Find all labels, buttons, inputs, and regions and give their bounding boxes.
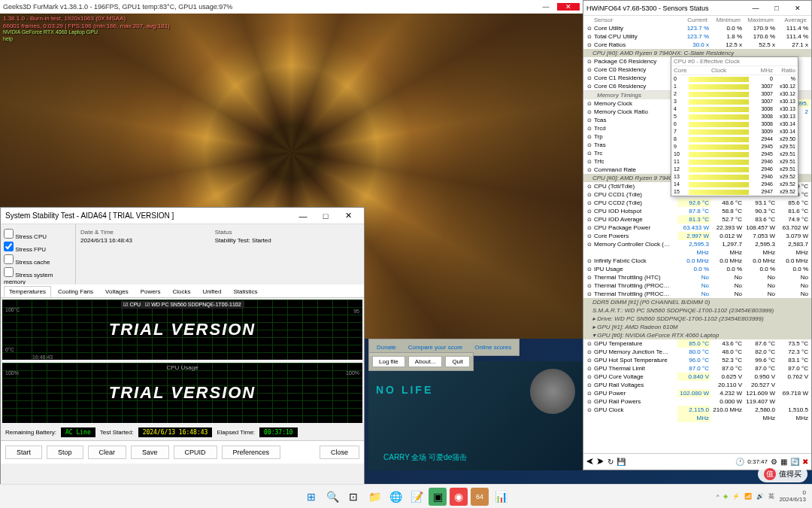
refresh-icon[interactable]: ↻: [607, 458, 614, 466]
preferences-button[interactable]: Preferences: [222, 446, 281, 459]
close-button[interactable]: ✕: [787, 5, 808, 12]
stop-button[interactable]: Stop: [47, 446, 83, 459]
gear-icon[interactable]: ⚙: [771, 458, 777, 466]
close-icon[interactable]: ✖: [802, 458, 808, 466]
stress-checkbox[interactable]: Stress cache: [4, 254, 72, 266]
sensor-row[interactable]: ⊙GPU Rail Powers0.000 W119.407 W: [583, 397, 811, 406]
sensor-row[interactable]: ⊙GPU Clock2,115.0 MHz210.0 MHz2,580.0 MH…: [583, 406, 811, 422]
app-icon[interactable]: 📝: [408, 488, 426, 506]
section-header[interactable]: ▸ Drive: WD PC SN560 SDDPNQE-1T00-1102 (…: [583, 315, 811, 323]
sensor-row[interactable]: ⊙Thermal Throttling (PROC…NoNoNoNo: [583, 281, 811, 290]
cpu-usage-graph: CPU Usage 100% 100% TRIAL VERSION: [2, 363, 362, 423]
furmark-overlay: 1.38.1.0 - Burn-in test, 1920x1063 (0X M…: [3, 15, 170, 42]
sensor-row[interactable]: ⊙GPU Rail Voltages20.110 V20.527 V: [583, 381, 811, 389]
hwinfo-icon[interactable]: 📊: [492, 488, 510, 506]
collapse-icon[interactable]: ⮞: [597, 458, 604, 466]
start-button[interactable]: Start: [5, 446, 42, 459]
core-row: 132946x29.52: [671, 173, 798, 181]
tab-temperatures[interactable]: Temperatures: [4, 286, 51, 297]
sensor-row[interactable]: ⊙Core Ratios30.0 x12.5 x52.5 x27.1 x: [583, 41, 811, 49]
taskbar-clock[interactable]: 02024/6/13: [779, 490, 806, 503]
furmark-titlebar[interactable]: Geeks3D FurMark v1.38.1.0 - 196FPS, GPU1…: [0, 0, 583, 14]
core-row: 00%: [671, 75, 798, 83]
app-icon[interactable]: ◉: [450, 488, 468, 506]
tab-cooling fans[interactable]: Cooling Fans: [53, 286, 98, 297]
edge-icon[interactable]: 🌐: [386, 488, 404, 506]
compare-link[interactable]: Compare your score: [404, 342, 467, 352]
minimize-button[interactable]: —: [292, 211, 314, 221]
clear-button[interactable]: Clear: [88, 446, 127, 459]
sensor-row[interactable]: ⊙CPU IOD Average81.3 °C52.7 °C83.6 °C74.…: [583, 215, 811, 224]
aida-log: Date & TimeStatus 2024/6/13 16:48:43Stab…: [76, 224, 364, 284]
sensor-row[interactable]: ⊙CPU Package Power63.433 W22.393 W108.45…: [583, 224, 811, 232]
sensor-row[interactable]: ⊙IPU Usage0.0 %0.0 %0.0 %0.0 %: [583, 265, 811, 273]
stress-checkbox[interactable]: Stress CPU: [4, 229, 72, 240]
app-icon[interactable]: ▣: [429, 488, 447, 506]
donate-link[interactable]: Donate: [372, 342, 401, 352]
sensor-row[interactable]: ⊙Thermal Throttling (PROC…NoNoNoNo: [583, 290, 811, 298]
aida-icon[interactable]: 64: [471, 488, 489, 506]
sensor-row[interactable]: ⊙GPU Hot Spot Temperature96.0 °C52.3 °C9…: [583, 356, 811, 364]
tray-chevron-icon[interactable]: ^: [717, 493, 720, 500]
start-button[interactable]: ⊞: [302, 488, 320, 506]
maximize-button[interactable]: □: [314, 211, 337, 221]
effective-clock-popup[interactable]: CPU #0 - Effective Clock CoreClock MHzRa…: [671, 56, 798, 196]
section-header[interactable]: ▸ GPU [#1]: AMD Radeon 610M: [583, 323, 811, 331]
expand-icon[interactable]: ⮜: [586, 458, 594, 466]
sensor-row[interactable]: ⊙Core Utility123.7 %0.0 %170.9 %111.4 %: [583, 24, 811, 32]
section-header[interactable]: ▾ GPU [#0]: NVIDIA GeForce RTX 4060 Lapt…: [583, 331, 811, 339]
close-button[interactable]: ✕: [337, 211, 359, 221]
tab-statistics[interactable]: Statistics: [228, 286, 262, 297]
save-button[interactable]: Save: [131, 446, 169, 459]
sensor-row[interactable]: ⊙GPU Temperature85.0 °C43.6 °C87.6 °C73.…: [583, 339, 811, 348]
tab-voltages[interactable]: Voltages: [100, 286, 134, 297]
task-view-icon[interactable]: ⊡: [344, 488, 362, 506]
stress-checkbox[interactable]: Stress system memory: [4, 267, 72, 285]
aida-titlebar[interactable]: System Stability Test - AIDA64 [ TRIAL V…: [1, 208, 364, 224]
aida-tabs: TemperaturesCooling FansVoltagesPowersCl…: [1, 284, 364, 298]
about-button[interactable]: About...: [408, 356, 443, 367]
cpuid-button[interactable]: CPUID: [174, 446, 217, 459]
sensor-row[interactable]: ⊙Total CPU Utility123.7 %1.8 %170.6 %111…: [583, 32, 811, 41]
sensor-row[interactable]: ⊙Memory Controller Clock (…2,595.3 MHz1,…: [583, 240, 811, 257]
nvidia-icon[interactable]: ◈: [723, 493, 728, 500]
core-row: 43008x30.13: [671, 105, 798, 113]
windows-taskbar[interactable]: ⊞ 🔍 ⊡ 📁 🌐 📝 ▣ ◉ 64 📊 ^ ◈ ⚡ 📶 🔊 英 02024/6…: [0, 484, 812, 508]
stress-checkbox[interactable]: Stress FPU: [4, 242, 72, 253]
tab-powers[interactable]: Powers: [135, 286, 166, 297]
minimize-button[interactable]: —: [745, 5, 766, 12]
sensor-row[interactable]: ⊙Infinity Fabric Clock0.0 MHz0.0 MHz0.0 …: [583, 257, 811, 265]
sensor-row[interactable]: ⊙GPU Thermal Limit87.0 °C87.0 °C87.0 °C8…: [583, 364, 811, 373]
tab-unified[interactable]: Unified: [197, 286, 226, 297]
sensor-row[interactable]: ⊙CPU IOD Hotspot87.8 °C58.8 °C90.3 °C81.…: [583, 207, 811, 215]
sensor-row[interactable]: ⊙Thermal Throttling (HTC)NoNoNoNo: [583, 273, 811, 281]
sensor-row[interactable]: ⊙GPU Core Voltage0.840 V0.625 V0.950 V0.…: [583, 373, 811, 381]
quit-button[interactable]: Quit: [445, 356, 470, 367]
close-button[interactable]: ✕: [557, 3, 580, 11]
sensor-row[interactable]: ⊙CPU CCD2 (Tdie)92.6 °C48.6 °C93.1 °C85.…: [583, 199, 811, 207]
hwinfo-titlebar[interactable]: HWiNFO64 v7.68-5300 - Sensors Status — □…: [583, 1, 811, 16]
tray-icon[interactable]: ⚡: [732, 493, 740, 500]
explorer-icon[interactable]: 📁: [365, 488, 383, 506]
clock-icon: 🕐: [735, 458, 744, 466]
section-header[interactable]: DDR5 DIMM [#1] (P0 CHANNEL B/DIMM 0): [583, 298, 811, 306]
close-button[interactable]: Close: [320, 446, 359, 459]
search-icon[interactable]: 🔍: [323, 488, 341, 506]
ime-indicator[interactable]: 英: [768, 492, 774, 500]
tray-icon[interactable]: 🔊: [756, 493, 764, 500]
tab-clocks[interactable]: Clocks: [167, 286, 195, 297]
reset-icon[interactable]: 🔄: [790, 458, 799, 466]
sensor-row[interactable]: ⊙GPU Power102.080 W4.232 W121.609 W69.71…: [583, 389, 811, 397]
section-header[interactable]: S.M.A.R.T.: WD PC SN560 SDDPNQE-1T00-110…: [583, 306, 811, 315]
layout-icon[interactable]: ▦: [780, 458, 787, 466]
save-icon[interactable]: 💾: [617, 458, 626, 466]
logfile-button[interactable]: Log file: [372, 356, 405, 367]
sensor-row[interactable]: ⊙Core Powers2.997 W0.012 W7.053 W3.079 W: [583, 232, 811, 240]
furmark-toolbar-2: Log file About... Quit: [368, 352, 474, 371]
tray-icon[interactable]: 📶: [744, 493, 752, 500]
sensor-row[interactable]: ⊙GPU Memory Junction Te…80.0 °C48.0 °C82…: [583, 348, 811, 356]
minimize-button[interactable]: —: [535, 3, 557, 11]
watermark: 值值得买: [758, 466, 807, 482]
online-link[interactable]: Online scores: [470, 342, 516, 352]
maximize-button[interactable]: □: [766, 5, 787, 12]
